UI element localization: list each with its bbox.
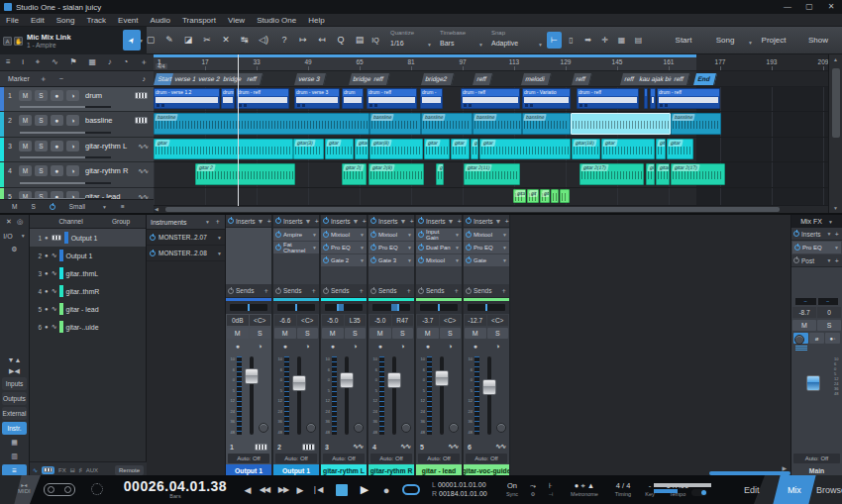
lane-bassline[interactable]: basslinebasslinebasslinebasslinebassline…: [154, 112, 828, 138]
audio-clip[interactable]: gitar: [154, 139, 293, 159]
remote-button[interactable]: Remote: [115, 465, 144, 475]
audio-clip[interactable]: gitar 2(17): [671, 163, 725, 185]
insert-slot[interactable]: Mixtool▼: [321, 229, 367, 241]
menu-track[interactable]: Track: [80, 16, 112, 25]
power-icon[interactable]: [275, 288, 281, 294]
tool-icon[interactable]: ⌖: [36, 58, 41, 66]
audio-clip[interactable]: gitar: [424, 139, 450, 159]
audio-clip[interactable]: bassline: [369, 113, 421, 135]
monitor-button[interactable]: ◑: [345, 341, 367, 352]
power-icon[interactable]: [275, 218, 281, 224]
automation-mode[interactable]: Auto: Off: [418, 454, 460, 463]
menu-transport[interactable]: Transport: [176, 16, 222, 25]
chevron-down-icon[interactable]: ▼: [360, 245, 365, 251]
insert-slot[interactable]: Gate 3▼: [368, 254, 414, 266]
performance-monitor-icon[interactable]: [91, 483, 103, 495]
power-icon[interactable]: [466, 245, 472, 251]
solo-all-button[interactable]: S: [31, 203, 35, 210]
instrument-item[interactable]: MONSTER..2.07▼: [147, 230, 225, 246]
menu-file[interactable]: File: [0, 16, 25, 25]
marker-flag[interactable]: reff: [369, 73, 390, 85]
record-icon[interactable]: ●: [45, 324, 49, 330]
insert-slot[interactable]: Gate▼: [464, 254, 509, 266]
power-icon[interactable]: [418, 288, 424, 294]
chevron-down-icon[interactable]: ▼: [258, 218, 264, 225]
clip-menu-icon[interactable]: [239, 104, 242, 107]
main-solo-button[interactable]: S: [817, 320, 841, 331]
pan-track[interactable]: [325, 304, 363, 311]
audio-clip[interactable]: gitar: [325, 139, 354, 159]
volume-value[interactable]: -5.0: [322, 315, 344, 326]
add-post-icon[interactable]: ＋: [834, 256, 841, 265]
channel-list-row[interactable]: 4●∿gitar..thmR: [30, 282, 146, 300]
split-tool[interactable]: ✂: [198, 30, 216, 50]
power-icon[interactable]: [466, 257, 472, 263]
mute-button[interactable]: M: [322, 328, 344, 339]
solo-button[interactable]: S: [35, 165, 48, 176]
power-icon[interactable]: [370, 245, 376, 251]
mute-button[interactable]: M: [465, 328, 486, 339]
time-signature-display[interactable]: 4 / 4Timing: [610, 481, 636, 499]
midi-clip[interactable]: [644, 88, 648, 109]
fader-area[interactable]: 1060512243648: [273, 353, 319, 441]
automation-mode[interactable]: Auto: Off: [228, 454, 269, 463]
marker-flag[interactable]: reff: [473, 73, 493, 85]
mute-button[interactable]: M: [19, 115, 32, 126]
midi-clip[interactable]: drum -: [420, 88, 443, 109]
chevron-down-icon[interactable]: ▼: [407, 232, 412, 238]
sync-settings[interactable]: ⤳⚙: [525, 481, 541, 499]
quantize-value[interactable]: 1/16: [390, 40, 404, 47]
record-arm-button[interactable]: ●: [51, 115, 63, 126]
pan-knob[interactable]: [449, 423, 459, 433]
power-icon[interactable]: [466, 232, 472, 238]
automation-mode[interactable]: Auto: Off: [370, 454, 412, 463]
marker-flag[interactable]: melodi: [521, 73, 552, 85]
pan-knob[interactable]: [259, 423, 268, 433]
mute-button[interactable]: M: [19, 141, 32, 151]
add-insert-icon[interactable]: ＋: [361, 217, 368, 226]
chevron-down-icon[interactable]: ▼: [495, 218, 502, 225]
note-icon[interactable]: ♪: [108, 58, 112, 66]
power-icon[interactable]: [793, 257, 799, 263]
midi-clip[interactable]: [650, 88, 656, 109]
monitor-button[interactable]: ◑: [66, 90, 79, 101]
scroll-left-icon[interactable]: ◀: [155, 206, 158, 212]
main-volume-value[interactable]: -8.7: [792, 307, 816, 318]
pan-knob[interactable]: [354, 423, 364, 433]
track-name[interactable]: gitar-rythm R: [85, 166, 135, 175]
audio-clip[interactable]: gitar(3): [293, 139, 324, 159]
midi-clip[interactable]: drum - Variatio: [522, 88, 571, 109]
audio-clip[interactable]: git: [646, 163, 655, 185]
automation-mode[interactable]: Auto: Off: [275, 454, 317, 463]
fader-track[interactable]: [345, 356, 349, 435]
close-icon[interactable]: ✕: [6, 218, 12, 226]
insert-slot[interactable]: Fat Channel▼: [273, 242, 319, 253]
midi-clip[interactable]: drum - reff: [577, 88, 639, 109]
marker-flag[interactable]: verse 3: [294, 73, 327, 85]
pan-value[interactable]: L35: [345, 315, 367, 326]
lane-gitar-lead[interactable]: gitar 3gitgit: [154, 188, 828, 206]
track-volume-slider[interactable]: [20, 132, 111, 134]
marker-flag-icon[interactable]: ⚑: [70, 58, 77, 66]
banks-icon[interactable]: ▦: [0, 436, 29, 450]
lane-drum[interactable]: drum - verse 1.2drumdrum - reffdrum - ve…: [154, 87, 828, 112]
record-icon[interactable]: ●: [45, 288, 49, 294]
lane-gitar-rythmR[interactable]: gitar 2gitar 2(gitar 2(8)ggitar 2(11)git…: [154, 162, 828, 188]
audio-clip-selected[interactable]: [571, 113, 671, 135]
pan-marker[interactable]: [248, 304, 250, 311]
audio-clip[interactable]: gitar: [601, 139, 655, 159]
monitor-button[interactable]: ◑: [66, 165, 79, 176]
add-insert-icon[interactable]: ＋: [313, 217, 320, 226]
audio-clip[interactable]: bassline: [522, 113, 571, 135]
browse-view-button[interactable]: Browse: [810, 475, 842, 504]
chevron-down-icon[interactable]: ▼: [312, 232, 317, 238]
power-icon[interactable]: [323, 218, 329, 224]
expand-icon[interactable]: ▶◀: [0, 365, 29, 376]
external-tab[interactable]: External: [2, 407, 27, 420]
insert-slot[interactable]: Mixtool▼: [416, 254, 462, 266]
collapse-icon[interactable]: ▼▲: [0, 354, 29, 365]
clip-menu-icon[interactable]: [660, 104, 663, 107]
midi-clip[interactable]: drum: [342, 88, 364, 109]
automation-mode[interactable]: Auto: Off: [466, 454, 507, 463]
menu-studio-one[interactable]: Studio One: [251, 16, 302, 25]
